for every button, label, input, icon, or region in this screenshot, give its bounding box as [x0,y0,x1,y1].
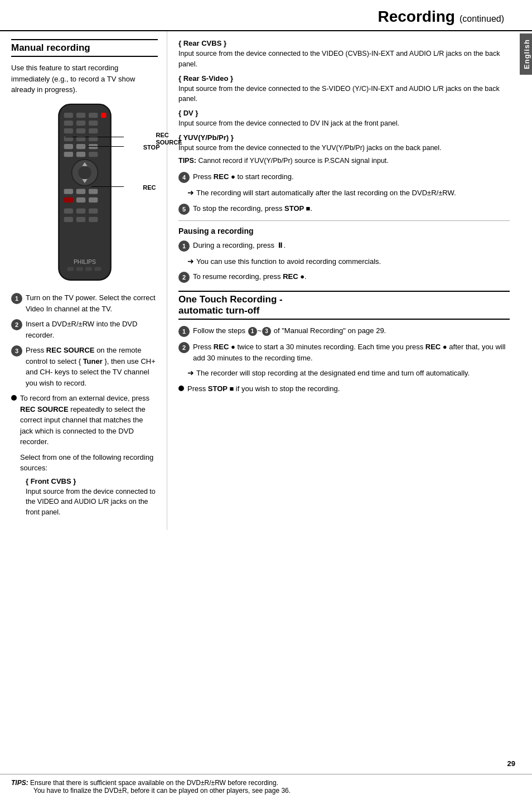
pausing-title: Pausing a recording [178,227,510,235]
main-content: Manual recording Use this feature to sta… [0,31,532,580]
svg-rect-26 [88,189,97,194]
svg-rect-19 [88,151,97,156]
remote-wrap: PHILIPS RECSOURCE STO [46,101,124,285]
source-yuv-heading: { YUV(Y/Pb/Pr) } [178,133,510,142]
step-num-4: 4 [178,172,190,183]
svg-rect-6 [76,120,85,125]
footer-tips-line2: You have to finalize the DVD±R, before i… [33,787,291,795]
step-text-2: Insert a DVD±R/±RW into the DVD recorder… [26,319,158,340]
left-column: Manual recording Use this feature to sta… [0,31,167,530]
svg-rect-4 [101,112,106,117]
svg-rect-40 [94,267,101,271]
source-dv: { DV } Input source from the device conn… [178,109,510,129]
section-title-manual: Manual recording [11,39,158,57]
svg-rect-8 [64,128,72,133]
svg-rect-29 [88,197,97,202]
source-dv-desc: Input source from the device connected t… [178,118,510,129]
source-yuv-tips: TIPS: Cannot record if YUV(Y/Pb/Pr) sour… [178,156,510,166]
svg-rect-27 [64,197,72,202]
svg-rect-38 [76,267,83,271]
pause-step-1: 1 During a recording, press ⏸. [178,240,510,252]
source-yuv-desc: Input source from the device connected t… [178,143,510,153]
pause-step-text-1: During a recording, press ⏸. [193,240,510,251]
otr-bullet: Press STOP ■ if you wish to stop the rec… [178,383,510,394]
step-text-ext: To record from an external device, press… [20,393,158,447]
otr-arrow-right-2: ➜ [187,368,194,377]
side-tab-english: English [520,33,532,75]
source-front-cvbs-heading: { Front CVBS } [26,477,158,485]
otr-bullet-dot [178,386,184,391]
right-column: { Rear CVBS } Input source from the devi… [167,31,532,530]
svg-rect-24 [64,189,72,194]
arrow-right-4: ➜ [187,188,194,197]
svg-rect-28 [76,197,85,202]
svg-rect-37 [67,267,74,271]
otr-step-2-arrow-text: The recorder will stop recording at the … [196,368,510,379]
pause-step-text-2: To resume recording, press REC ●. [193,271,510,282]
step-bullet-ext: To record from an external device, press… [11,393,158,447]
stop-line [88,146,124,147]
step-1: 1 Turn on the TV power. Select the corre… [11,292,158,314]
step-4-arrow: ➜ The recording will start automatically… [187,187,510,199]
source-yuv: { YUV(Y/Pb/Pr) } Input source from the d… [178,133,510,166]
step-3: 3 Press REC SOURCE on the remote control… [11,345,158,388]
svg-rect-34 [76,216,85,222]
source-rear-cvbs-heading: { Rear CVBS } [178,39,510,47]
otr-section: One Touch Recording -automatic turn-off … [178,291,510,394]
svg-rect-39 [85,267,92,271]
source-front-cvbs-desc: Input source from the device connected t… [26,487,158,518]
source-rear-svideo-desc: Input source from the device connected t… [178,84,510,105]
otr-step-text-1: Follow the steps 1~3 of "Manual Recordin… [193,325,510,336]
select-source-text: Select from one of the following recordi… [20,452,158,474]
svg-rect-35 [88,216,97,222]
otr-step-1: 1 Follow the steps 1~3 of "Manual Record… [178,325,510,337]
page-header: Recording (continued) [0,0,532,31]
source-rear-cvbs-desc: Input source from the device connected t… [178,49,510,70]
otr-step-2: 2 Press REC ● twice to start a 30 minute… [178,341,510,363]
svg-rect-9 [76,128,85,133]
otr-step-text-2: Press REC ● twice to start a 30 minutes … [193,341,510,363]
step-text-1: Turn on the TV power. Select the correct… [26,292,158,314]
footer-tips-line1: Ensure that there is sufficient space av… [30,779,278,787]
source-rear-svideo-heading: { Rear S-Video } [178,74,510,83]
page-title-continued: (continued) [460,14,504,24]
source-rear-svideo: { Rear S-Video } Input source from the d… [178,74,510,105]
rec-line [91,186,124,187]
svg-rect-33 [64,216,72,222]
otr-circ-1: 1 [248,327,257,336]
pause-step-1-arrow-text: You can use this function to avoid recor… [196,256,510,267]
svg-rect-17 [64,151,72,156]
otr-circ-3: 3 [262,327,271,336]
footer-tips-label: TIPS: [11,779,28,787]
stop-label: STOP [143,144,160,151]
svg-point-21 [78,166,91,179]
step-5: 5 To stop the recording, press STOP ■. [178,203,510,215]
svg-rect-1 [64,112,72,117]
svg-rect-14 [64,143,72,148]
pause-step-num-2: 2 [178,272,190,283]
pause-step-num-1: 1 [178,240,190,252]
page: Recording (continued) English Manual rec… [0,0,532,799]
step-num-3: 3 [11,345,22,357]
remote-svg: PHILIPS [46,101,124,283]
page-title: Recording [378,8,454,26]
svg-rect-7 [88,120,97,125]
pause-step-2: 2 To resume recording, press REC ●. [178,271,510,283]
step-2: 2 Insert a DVD±R/±RW into the DVD record… [11,319,158,340]
svg-rect-3 [88,112,97,117]
svg-rect-18 [76,151,85,156]
otr-step-num-2: 2 [178,342,190,353]
step-text-3: Press REC SOURCE on the remote control t… [26,345,158,388]
otr-title: One Touch Recording -automatic turn-off [178,291,510,320]
intro-text: Use this feature to start recording imme… [11,62,158,95]
bullet-ext [11,395,17,401]
svg-text:PHILIPS: PHILIPS [73,258,95,264]
svg-rect-2 [76,112,85,117]
svg-rect-30 [64,208,72,213]
page-number: 29 [507,759,515,768]
step-text-5: To stop the recording, press STOP ■. [193,203,510,214]
step-num-5: 5 [178,204,190,215]
step-4: 4 Press REC ● to start recording. [178,171,510,183]
pausing-divider [178,220,510,221]
rec-source-line [65,137,124,137]
